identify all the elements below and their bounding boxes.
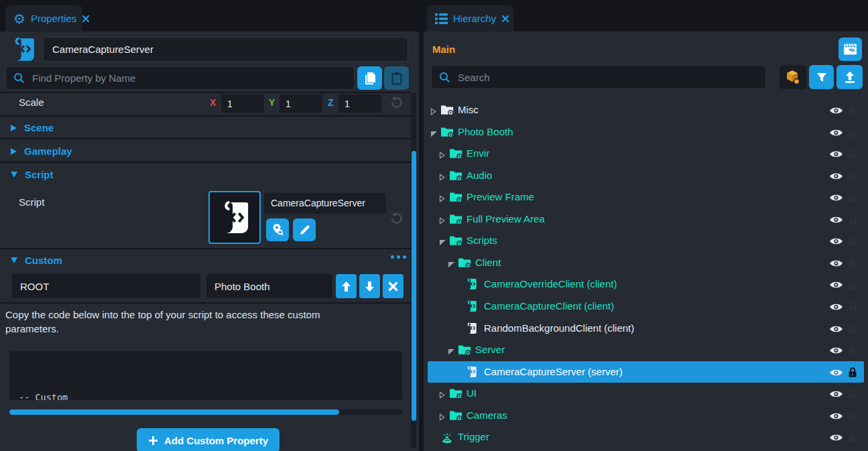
visibility-eye-icon[interactable] [829, 106, 843, 118]
section-gameplay[interactable]: Gameplay [0, 141, 411, 162]
move-param-down-button[interactable] [359, 274, 380, 298]
collapse-arrow-icon[interactable] [439, 193, 445, 205]
lock-icon[interactable] [848, 410, 857, 424]
expand-arrow-icon[interactable] [439, 237, 446, 249]
lock-icon[interactable] [848, 432, 857, 446]
move-param-up-button[interactable] [336, 274, 357, 298]
lock-icon[interactable] [848, 279, 857, 293]
tree-item-preview-frame[interactable]: Preview Frame [428, 186, 864, 208]
tree-item-trigger[interactable]: Trigger [428, 426, 864, 448]
lock-icon[interactable] [848, 344, 857, 359]
tree-item-cameraoverrideclient-client[interactable]: CameraOverrideClient (client) [428, 273, 864, 295]
visibility-eye-icon[interactable] [829, 433, 843, 445]
expand-arrow-icon[interactable] [448, 259, 455, 271]
collapse-arrow-icon[interactable] [439, 149, 445, 162]
scrollbar-thumb[interactable] [412, 151, 416, 421]
remove-param-button[interactable] [383, 274, 404, 298]
tree-item-label: Photo Booth [458, 126, 513, 137]
collapse-arrow-icon[interactable] [439, 172, 445, 184]
visibility-eye-icon[interactable] [829, 411, 843, 424]
object-name-input[interactable] [43, 37, 408, 62]
custom-code-snippet[interactable]: -- Custom local ROOT = script:GetCustomP… [9, 351, 402, 400]
lock-icon[interactable] [848, 367, 857, 381]
tree-item-cameras[interactable]: Cameras [428, 405, 864, 426]
scale-y-input[interactable] [280, 94, 322, 113]
visibility-eye-icon[interactable] [829, 346, 843, 358]
visibility-eye-icon[interactable] [829, 368, 843, 380]
visibility-eye-icon[interactable] [829, 215, 843, 227]
tree-item-label: Client [475, 257, 501, 268]
tree-item-cameracaptureclient-client[interactable]: CameraCaptureClient (client) [428, 296, 864, 317]
tree-item-client[interactable]: Client [428, 252, 864, 273]
expand-arrow-icon[interactable] [448, 346, 455, 358]
scrollbar-thumb[interactable] [9, 409, 339, 415]
tree-item-scripts[interactable]: Scripts [428, 230, 864, 251]
section-script-label: Script [25, 169, 54, 180]
tree-item-full-preview-area[interactable]: Full Preview Area [428, 208, 864, 230]
lock-icon[interactable] [848, 323, 857, 337]
collapse-arrow-icon[interactable] [430, 106, 436, 118]
scale-x-input[interactable] [221, 94, 264, 113]
visibility-eye-icon[interactable] [829, 237, 843, 249]
script-asset-thumbnail[interactable] [208, 191, 261, 244]
lock-icon[interactable] [848, 214, 857, 228]
tree-item-server[interactable]: Server [428, 339, 864, 361]
tab-properties[interactable]: ⚙ Properties [5, 5, 82, 31]
visibility-eye-icon[interactable] [829, 193, 843, 205]
tree-item-envir[interactable]: Envir [428, 143, 864, 164]
properties-panel: ⚙ Properties [0, 0, 419, 451]
lock-icon[interactable] [848, 105, 857, 119]
lock-icon[interactable] [848, 170, 857, 184]
paste-properties-button[interactable] [384, 66, 409, 90]
custom-param-value-input[interactable] [206, 274, 332, 298]
property-search-input[interactable] [31, 72, 354, 84]
lock-icon[interactable] [848, 388, 857, 402]
code-horizontal-scrollbar[interactable] [9, 409, 402, 415]
divider [0, 115, 411, 117]
find-in-catalog-button[interactable] [266, 218, 289, 241]
section-custom[interactable]: Custom [0, 250, 411, 271]
lock-icon[interactable] [848, 257, 857, 271]
visibility-eye-icon[interactable] [829, 172, 843, 184]
section-script[interactable]: Script [0, 164, 411, 185]
tree-item-photo-booth[interactable]: Photo Booth [428, 121, 864, 143]
close-properties-icon[interactable] [82, 15, 90, 23]
arrow-down-icon [365, 281, 375, 292]
section-scene[interactable]: Scene [0, 117, 411, 138]
properties-vertical-scrollbar[interactable] [411, 93, 416, 448]
lock-icon[interactable] [848, 235, 857, 249]
lock-icon[interactable] [848, 148, 857, 162]
expand-arrow-icon[interactable] [430, 128, 438, 140]
scale-z-input[interactable] [338, 94, 381, 113]
custom-section-menu-button[interactable] [391, 255, 406, 259]
collapse-arrow-icon[interactable] [439, 215, 445, 227]
visibility-eye-icon[interactable] [829, 128, 843, 140]
tree-item-misc[interactable]: Misc [428, 99, 864, 121]
lock-icon[interactable] [848, 192, 857, 206]
tree-item-randombackgroundclient-client[interactable]: RandomBackgroundClient (client) [428, 318, 864, 339]
visibility-eye-icon[interactable] [829, 302, 843, 314]
tree-item-audio[interactable]: Audio [428, 165, 864, 186]
copy-properties-button[interactable] [357, 66, 382, 90]
visibility-eye-icon[interactable] [829, 324, 843, 336]
hierarchy-tree: MiscPhoto BoothEnvirAudioPreview FrameFu… [424, 31, 868, 451]
collapse-arrow-icon[interactable] [439, 389, 445, 401]
folder-icon [449, 213, 462, 227]
tree-item-ui[interactable]: UI [428, 383, 864, 404]
visibility-eye-icon[interactable] [829, 149, 843, 162]
lock-icon[interactable] [848, 301, 857, 315]
visibility-eye-icon[interactable] [829, 389, 843, 401]
visibility-eye-icon[interactable] [829, 280, 843, 292]
collapse-arrow-icon[interactable] [439, 411, 445, 424]
reset-script-icon[interactable] [390, 212, 403, 227]
add-custom-property-button[interactable]: Add Custom Property [137, 428, 280, 451]
close-hierarchy-icon[interactable] [501, 15, 509, 23]
reset-scale-icon[interactable] [390, 96, 403, 111]
edit-script-button[interactable] [293, 218, 316, 241]
script-property-label: Script [19, 196, 44, 208]
visibility-eye-icon[interactable] [829, 259, 843, 271]
tab-hierarchy[interactable]: Hierarchy [427, 5, 513, 31]
custom-param-name-input[interactable] [12, 274, 200, 298]
lock-icon[interactable] [848, 127, 857, 141]
tree-item-cameracaptureserver-server[interactable]: CameraCaptureServer (server) [428, 361, 864, 383]
